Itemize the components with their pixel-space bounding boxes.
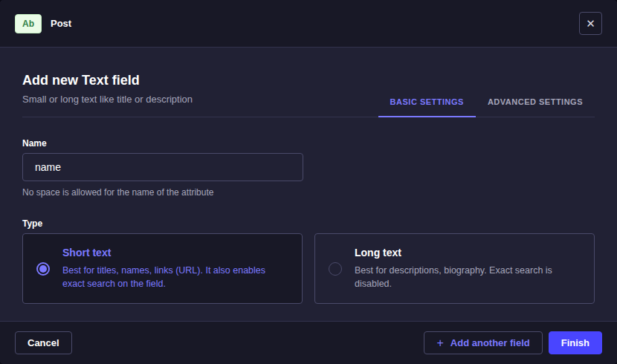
option-desc-short-text: Best for titles, names, links (URL). It … [62,264,274,290]
modal-body: Add new Text field Small or long text li… [0,48,617,321]
type-option-row: Short text Best for titles, names, links… [22,233,595,304]
option-texts: Long text Best for descriptions, biograp… [355,247,578,290]
close-icon: ✕ [586,18,595,29]
plus-icon: + [436,337,443,349]
tab-advanced-settings[interactable]: ADVANCED SETTINGS [476,90,595,117]
cancel-button[interactable]: Cancel [15,331,72,354]
option-texts: Short text Best for titles, names, links… [62,247,274,290]
radio-selected-icon[interactable] [36,262,50,276]
option-desc-long-text: Best for descriptions, biography. Exact … [355,264,578,290]
text-field-type-badge: Ab [15,14,42,33]
modal-footer: Cancel + Add another field Finish [0,321,617,364]
add-another-field-button[interactable]: + Add another field [424,331,542,354]
content-type-title: Post [51,18,71,29]
name-label: Name [22,138,595,149]
option-card-long-text[interactable]: Long text Best for descriptions, biograp… [314,233,595,304]
radio-unselected-icon[interactable] [329,262,342,276]
form-area: Name No space is allowed for the name of… [22,117,595,304]
name-input[interactable] [22,153,303,181]
name-helper-text: No space is allowed for the name of the … [22,187,595,198]
close-button[interactable]: ✕ [579,12,602,35]
tab-basic-settings[interactable]: BASIC SETTINGS [378,90,476,117]
page-title: Add new Text field [22,73,193,88]
option-title-long-text: Long text [355,247,578,259]
footer-right-actions: + Add another field Finish [424,331,602,354]
add-field-modal: Ab Post ✕ Add new Text field Small or lo… [0,0,617,364]
settings-tabs: BASIC SETTINGS ADVANCED SETTINGS [378,90,595,117]
modal-header: Ab Post ✕ [0,0,617,48]
title-row: Add new Text field Small or long text li… [22,73,595,117]
type-section: Type Short text Best for titles, names, … [22,218,595,304]
page-subtitle: Small or long text like title or descrip… [22,94,193,105]
option-title-short-text: Short text [62,247,274,259]
name-field-group: Name No space is allowed for the name of… [22,138,595,198]
add-another-field-label: Add another field [450,337,530,348]
title-block: Add new Text field Small or long text li… [22,73,193,117]
option-card-short-text[interactable]: Short text Best for titles, names, links… [22,233,303,304]
finish-button[interactable]: Finish [549,331,602,354]
type-label: Type [22,218,595,229]
